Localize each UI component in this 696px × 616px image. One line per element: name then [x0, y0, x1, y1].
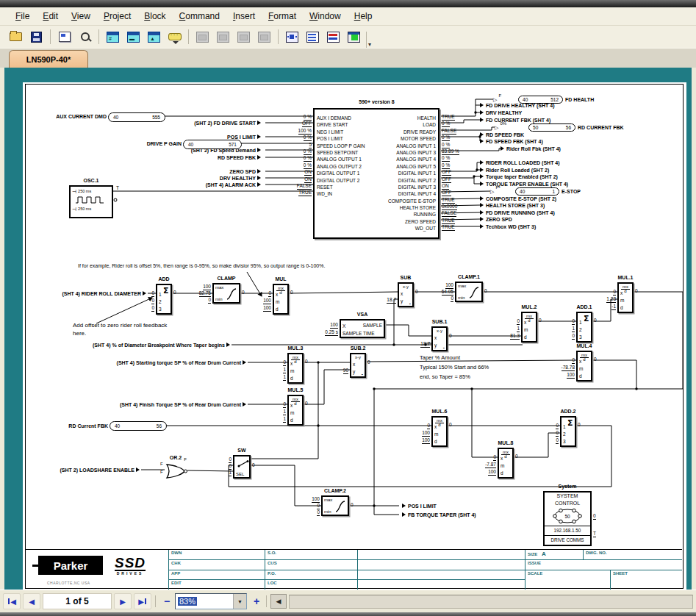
- comms-port-button[interactable]: [165, 27, 184, 46]
- tag-rd-current-fbk[interactable]: 40 56: [110, 421, 167, 431]
- output-pin-label: ANALOG INPUT 3: [316, 149, 438, 156]
- zoom-combobox[interactable]: 83% ▼: [175, 593, 247, 609]
- block-output-value: 0: [290, 290, 293, 295]
- block-input-values: 0181.3: [493, 318, 520, 340]
- block-mul.3[interactable]: MUL.3011mxdxmd0: [287, 353, 304, 384]
- menu-view[interactable]: View: [65, 9, 97, 24]
- previous-page-button[interactable]: ◀: [23, 593, 40, 609]
- zoom-dropdown-arrow[interactable]: ▼: [233, 594, 246, 609]
- menu-format[interactable]: Format: [262, 9, 303, 24]
- parameter-tag[interactable]: 401: [515, 187, 559, 196]
- block-clamp.2[interactable]: CLAMP.210000maxmin0: [321, 495, 349, 516]
- clamp-curve-icon: [469, 286, 479, 299]
- window-bottom-edge: [0, 612, 696, 616]
- chart-recorder-button[interactable]: [323, 27, 343, 46]
- subtract-header: x-y: [351, 354, 365, 361]
- block-sub.1[interactable]: SUB.118.7x-yxy-0: [431, 326, 448, 351]
- network-icon: [286, 32, 298, 43]
- block-mul.8[interactable]: MUL.80-7.87100mxdxmd0: [498, 448, 514, 479]
- min-pin-label: min: [458, 296, 465, 300]
- block-sw[interactable]: SW001SEL0: [233, 455, 251, 479]
- menu-window[interactable]: Window: [303, 9, 348, 24]
- block-title: MUL.8: [486, 440, 525, 445]
- zoom-in-button[interactable]: +: [249, 595, 262, 608]
- multiply-divide-header: mxd: [289, 397, 302, 406]
- wire-arrow-icon: [257, 121, 261, 125]
- drive-block-body[interactable]: AUX I DEMANDDRIVE STARTNEG I LIMITPOS I …: [313, 108, 440, 239]
- block-osc1[interactable]: OSC.1 ⊣250 ms ⊣250 ms T: [69, 185, 113, 218]
- page-indicator: 1 of 5: [43, 593, 112, 609]
- destination-row: ▷F401E-STOP: [490, 187, 581, 195]
- hscroll-left-arrow[interactable]: ◀: [270, 594, 287, 609]
- sigma-icon: Σ: [567, 419, 573, 427]
- block-vsa[interactable]: VSA1000.25 sXSAMPLE TIMESAMPLE: [340, 319, 385, 338]
- network-config-button[interactable]: [282, 27, 302, 46]
- menu-project[interactable]: Project: [97, 9, 137, 24]
- feed-value: F: [498, 93, 501, 98]
- drawing-canvas[interactable]: 590+ version 8 0 %OFF100 %0 %50 %0 %0 %O…: [4, 68, 692, 590]
- input-pin-value: 0 %: [285, 154, 312, 161]
- open-arrow-icon: ▷: [495, 125, 498, 130]
- block-sub.2[interactable]: SUB.290x-yxy-0: [350, 353, 366, 378]
- block-clamp[interactable]: CLAMP10082.750maxmin0: [212, 283, 240, 304]
- wire-arrow-icon: [243, 360, 246, 365]
- period-glyph: ⊣: [72, 189, 76, 194]
- last-page-button[interactable]: ▶: [134, 593, 151, 609]
- block-or2[interactable]: OR.2 F F F: [165, 462, 187, 479]
- wire-arrow-icon: [480, 174, 484, 179]
- block-mul[interactable]: MUL0100100mxdxmd0: [273, 284, 289, 315]
- document-tab[interactable]: LN590P-40*: [9, 50, 88, 68]
- parameter-tag[interactable]: 5056: [528, 123, 575, 132]
- first-page-button[interactable]: ◀: [3, 593, 21, 609]
- zoom-button[interactable]: [75, 27, 95, 46]
- next-page-button[interactable]: ▶: [114, 593, 132, 609]
- open-file-button[interactable]: [6, 27, 26, 46]
- save-button[interactable]: [26, 27, 46, 46]
- block-mul.6[interactable]: MUL.60100100mxdxmd0: [431, 416, 448, 447]
- print-preview-button[interactable]: [54, 27, 74, 46]
- block-view-button[interactable]: ▲: [144, 27, 164, 46]
- input-pin-value: ON: [285, 168, 312, 175]
- block-add.2[interactable]: ADD.2000Σ1230: [560, 416, 576, 447]
- zoom-value[interactable]: 83%: [176, 597, 233, 606]
- block-add[interactable]: ADD000Σ1230: [156, 284, 172, 315]
- block-mul.5[interactable]: MUL.5011mxdxmd0: [287, 395, 304, 426]
- drawing-sheet[interactable]: 590+ version 8 0 %OFF100 %0 %50 %0 %0 %O…: [23, 82, 686, 590]
- menu-command[interactable]: Command: [173, 9, 226, 24]
- dest-label: RD CURRENT FBK: [578, 125, 624, 130]
- block-output-value: 0: [594, 357, 597, 362]
- block-new-button[interactable]: #: [103, 27, 123, 46]
- pin-label: 3: [578, 334, 591, 341]
- zoom-out-button[interactable]: −: [159, 595, 173, 608]
- osc-body: ⊣250 ms ⊣250 ms: [69, 185, 113, 218]
- block-add.1[interactable]: ADD.1010Σ1230: [576, 312, 592, 343]
- scope-button[interactable]: [344, 27, 364, 46]
- block-mul.2[interactable]: MUL.20181.3mxdxmd0: [521, 312, 537, 343]
- pin-label: x: [399, 290, 412, 298]
- menu-help[interactable]: Help: [348, 9, 379, 24]
- horizontal-scrollbar[interactable]: [289, 595, 693, 609]
- menu-block[interactable]: Block: [137, 9, 172, 24]
- pin-label: d: [274, 306, 287, 313]
- multiply-divide-header: mxd: [578, 353, 591, 362]
- block-title: ADD: [144, 276, 184, 282]
- block-sub[interactable]: SUB18.7x-yxy-0: [398, 282, 414, 307]
- wire-arrow-icon: [480, 139, 484, 143]
- menu-file[interactable]: File: [9, 9, 36, 24]
- destination-row: RIDER ROLL LOADED (SHT 4): [480, 159, 560, 166]
- block-mul.1[interactable]: MUL.101.23-1mxdxmd0: [617, 282, 634, 313]
- block-output-value: 0: [173, 290, 176, 295]
- shift-right-button-disabled: [213, 27, 233, 46]
- block-mul.4[interactable]: MUL.40-78.78100mxdxmd0: [576, 351, 592, 382]
- parameter-list-button[interactable]: [303, 27, 323, 46]
- block-output-value: 0: [484, 288, 487, 293]
- destination-row: Torque taper Enabled (SHT 2): [480, 173, 558, 180]
- block-input-values: 001: [205, 456, 232, 476]
- menu-edit[interactable]: Edit: [36, 9, 65, 24]
- statusbar-separator: [155, 595, 156, 607]
- block-output-value: 0: [367, 359, 370, 365]
- block-clamp.1[interactable]: CLAMP.110064.050maxmin0: [455, 282, 483, 302]
- block-edit-button[interactable]: ▬: [123, 27, 143, 46]
- toolbar-overflow-chevron[interactable]: ▾: [366, 32, 373, 48]
- menu-insert[interactable]: Insert: [226, 9, 262, 24]
